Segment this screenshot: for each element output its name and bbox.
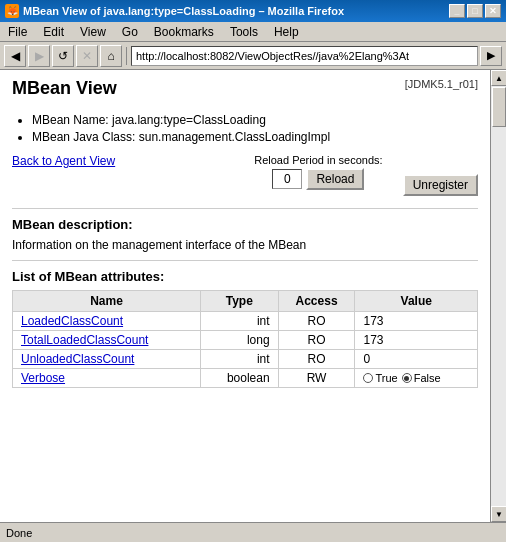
menu-edit[interactable]: Edit <box>35 24 72 40</box>
attributes-table: Name Type Access Value LoadedClassCounti… <box>12 290 478 388</box>
content-area: MBean View [JDMK5.1_r01] MBean Name: jav… <box>0 70 506 522</box>
home-button[interactable]: ⌂ <box>100 45 122 67</box>
reload-button[interactable]: Reload <box>306 168 364 190</box>
table-row: LoadedClassCountintRO173 <box>13 312 478 331</box>
divider-1 <box>12 208 478 209</box>
back-to-agent-link[interactable]: Back to Agent View <box>12 154 115 168</box>
attr-link-verbose[interactable]: Verbose <box>21 371 65 385</box>
col-type: Type <box>200 291 278 312</box>
mbean-class-label: MBean Java Class: <box>32 130 135 144</box>
version-badge: [JDMK5.1_r01] <box>405 78 478 90</box>
toolbar-separator <box>126 47 127 65</box>
close-button[interactable]: ✕ <box>485 4 501 18</box>
action-row: Back to Agent View Reload Period in seco… <box>12 154 478 196</box>
radio-group: TrueFalse <box>363 372 469 384</box>
minimize-button[interactable]: _ <box>449 4 465 18</box>
attr-value-cell: 173 <box>355 312 478 331</box>
go-button[interactable]: ▶ <box>480 46 502 66</box>
scroll-down-button[interactable]: ▼ <box>491 506 506 522</box>
attr-type-cell: long <box>200 331 278 350</box>
window-controls[interactable]: _ □ ✕ <box>449 4 501 18</box>
attr-type-cell: int <box>200 350 278 369</box>
back-button[interactable]: ◀ <box>4 45 26 67</box>
divider-2 <box>12 260 478 261</box>
menu-view[interactable]: View <box>72 24 114 40</box>
mbean-name-value: java.lang:type=ClassLoading <box>112 113 266 127</box>
attr-type-cell: int <box>200 312 278 331</box>
col-access: Access <box>278 291 355 312</box>
attr-link-totalloadedclasscount[interactable]: TotalLoadedClassCount <box>21 333 148 347</box>
scroll-up-button[interactable]: ▲ <box>491 70 506 86</box>
scroll-thumb[interactable] <box>492 87 506 127</box>
description-text: Information on the management interface … <box>12 238 478 252</box>
menu-file[interactable]: File <box>0 24 35 40</box>
attributes-title: List of MBean attributes: <box>12 269 478 284</box>
forward-button[interactable]: ▶ <box>28 45 50 67</box>
scrollbar[interactable]: ▲ ▼ <box>490 70 506 522</box>
window-title: MBean View of java.lang:type=ClassLoadin… <box>23 5 344 17</box>
attr-value-cell: 173 <box>355 331 478 350</box>
radio-true-item[interactable]: True <box>363 372 397 384</box>
menu-go[interactable]: Go <box>114 24 146 40</box>
toolbar: ◀ ▶ ↺ ✕ ⌂ ▶ <box>0 42 506 70</box>
unregister-button[interactable]: Unregister <box>403 174 478 196</box>
reload-section: Reload Period in seconds: Reload <box>254 154 382 190</box>
menu-bookmarks[interactable]: Bookmarks <box>146 24 222 40</box>
radio-true-circle[interactable] <box>363 373 373 383</box>
attr-type-cell: boolean <box>200 369 278 388</box>
table-row: TotalLoadedClassCountlongRO173 <box>13 331 478 350</box>
mbean-class-item: MBean Java Class: sun.management.ClassLo… <box>32 130 478 144</box>
attr-link-unloadedclasscount[interactable]: UnloadedClassCount <box>21 352 134 366</box>
status-bar: Done <box>0 522 506 542</box>
radio-false-item[interactable]: False <box>402 372 441 384</box>
scroll-track <box>491 86 506 506</box>
page-title: MBean View <box>12 78 117 99</box>
reload-page-button[interactable]: ↺ <box>52 45 74 67</box>
address-bar[interactable] <box>131 46 478 66</box>
menu-help[interactable]: Help <box>266 24 307 40</box>
attr-access-cell: RW <box>278 369 355 388</box>
col-name: Name <box>13 291 201 312</box>
radio-false-circle[interactable] <box>402 373 412 383</box>
maximize-button[interactable]: □ <box>467 4 483 18</box>
reload-input[interactable] <box>272 169 302 189</box>
mbean-class-value: sun.management.ClassLoadingImpl <box>139 130 330 144</box>
attr-link-loadedclasscount[interactable]: LoadedClassCount <box>21 314 123 328</box>
menu-tools[interactable]: Tools <box>222 24 266 40</box>
table-row: VerbosebooleanRWTrueFalse <box>13 369 478 388</box>
attr-name-cell[interactable]: TotalLoadedClassCount <box>13 331 201 350</box>
attr-name-cell[interactable]: LoadedClassCount <box>13 312 201 331</box>
radio-true-label: True <box>375 372 397 384</box>
menu-bar: File Edit View Go Bookmarks Tools Help <box>0 22 506 42</box>
attr-access-cell: RO <box>278 331 355 350</box>
attr-access-cell: RO <box>278 350 355 369</box>
title-bar-left: 🦊 MBean View of java.lang:type=ClassLoad… <box>5 4 344 18</box>
mbean-name-item: MBean Name: java.lang:type=ClassLoading <box>32 113 478 127</box>
mbean-name-label: MBean Name: <box>32 113 109 127</box>
attr-name-cell[interactable]: Verbose <box>13 369 201 388</box>
attr-name-cell[interactable]: UnloadedClassCount <box>13 350 201 369</box>
attr-access-cell: RO <box>278 312 355 331</box>
attributes-section: List of MBean attributes: Name Type Acce… <box>12 269 478 388</box>
col-value: Value <box>355 291 478 312</box>
main-content: MBean View [JDMK5.1_r01] MBean Name: jav… <box>0 70 490 522</box>
reload-controls: Reload <box>272 168 364 190</box>
status-text: Done <box>6 527 32 539</box>
table-header-row: Name Type Access Value <box>13 291 478 312</box>
description-title: MBean description: <box>12 217 478 232</box>
firefox-icon: 🦊 <box>5 4 19 18</box>
attr-value-cell: 0 <box>355 350 478 369</box>
reload-period-label: Reload Period in seconds: <box>254 154 382 166</box>
table-row: UnloadedClassCountintRO0 <box>13 350 478 369</box>
stop-button[interactable]: ✕ <box>76 45 98 67</box>
radio-false-label: False <box>414 372 441 384</box>
attr-value-cell[interactable]: TrueFalse <box>355 369 478 388</box>
title-bar: 🦊 MBean View of java.lang:type=ClassLoad… <box>0 0 506 22</box>
mbean-info-list: MBean Name: java.lang:type=ClassLoading … <box>32 113 478 144</box>
description-section: MBean description: Information on the ma… <box>12 217 478 252</box>
